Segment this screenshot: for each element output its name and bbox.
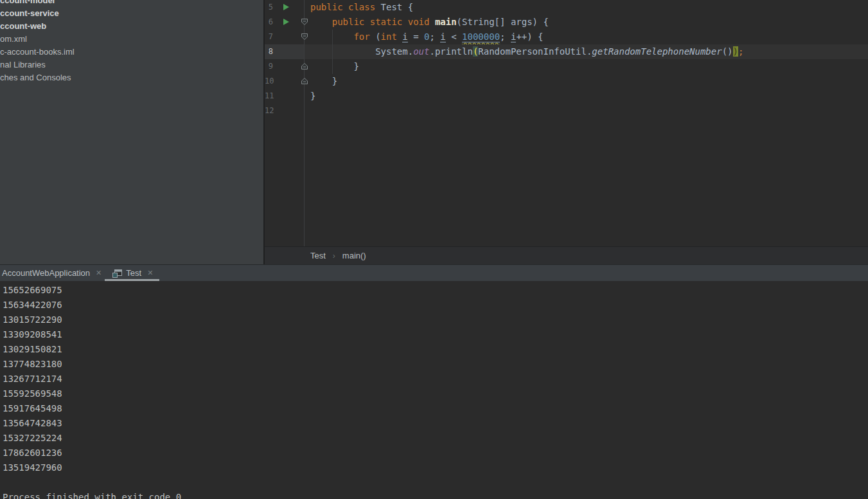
code-line[interactable]: 12 — [265, 104, 868, 118]
line-number[interactable]: 12 — [265, 106, 273, 115]
code-token: } — [310, 76, 337, 86]
project-tree: ccount-modelccount-serviceccount-webom.x… — [0, 0, 263, 84]
code-token: i — [440, 32, 445, 42]
code-token: RandomPersonInfoUtil. — [478, 46, 592, 57]
code-token: int — [381, 32, 403, 42]
code-text: System.out.println(RandomPersonInfoUtil.… — [310, 46, 743, 57]
code-token: .println — [429, 46, 472, 57]
code-token: i — [402, 32, 407, 42]
code-token: ) — [733, 46, 738, 57]
code-token: getRandomTelephoneNumber — [592, 46, 722, 57]
run-line-icon[interactable] — [283, 19, 289, 25]
line-number[interactable]: 8 — [265, 47, 273, 56]
code-line[interactable]: 10 } — [265, 74, 868, 89]
tab-accountwebapplication[interactable]: AccountWebApplication ✕ — [2, 265, 102, 281]
code-token: ++) { — [516, 32, 543, 42]
code-text: } — [310, 91, 315, 101]
console-line: 15327225224 — [3, 433, 868, 448]
code-text: for (int i = 0; i < 1000000; i++) { — [310, 32, 544, 42]
project-item[interactable]: om.xml — [0, 33, 263, 46]
console-line: 15652669075 — [3, 285, 868, 300]
code-token: out — [413, 46, 429, 57]
code-token: ; — [429, 32, 440, 42]
console-line: 13029150821 — [3, 344, 868, 359]
project-item[interactable]: c-account-books.iml — [0, 46, 263, 59]
line-number[interactable]: 11 — [265, 91, 273, 100]
code-text: } — [310, 76, 337, 86]
code-editor[interactable]: 5public class Test {6 public static void… — [265, 0, 868, 246]
console-line: 13015722290 — [3, 314, 868, 329]
line-number[interactable]: 5 — [265, 3, 273, 12]
line-number[interactable]: 9 — [265, 62, 273, 71]
code-line[interactable]: 6 public static void main(String[] args)… — [265, 15, 868, 30]
tab-label: Test — [126, 268, 141, 278]
code-text: } — [310, 61, 359, 71]
code-token: ; — [738, 46, 743, 57]
close-icon[interactable]: ✕ — [147, 269, 153, 277]
breadcrumb: Test › main() — [265, 246, 868, 264]
close-icon[interactable]: ✕ — [96, 269, 102, 277]
editor-lines: 5public class Test {6 public static void… — [265, 0, 868, 118]
line-number[interactable]: 6 — [265, 17, 273, 26]
breadcrumb-method[interactable]: main() — [342, 251, 366, 260]
console-line: 13519427960 — [3, 462, 868, 477]
console-line: 17862601236 — [3, 448, 868, 462]
project-item[interactable]: nal Libraries — [0, 59, 263, 71]
code-token: 1000000 — [462, 32, 500, 42]
console-line: 15634422076 — [3, 300, 868, 314]
breadcrumb-class[interactable]: Test — [310, 251, 326, 260]
run-tool-window-tabs: AccountWebApplication ✕ Test ✕ — [0, 264, 868, 281]
run-line-icon[interactable] — [283, 4, 289, 10]
indent-guide — [332, 30, 333, 74]
code-text: public class Test { — [310, 2, 413, 12]
code-token: System. — [310, 46, 413, 57]
project-item[interactable]: ccount-model — [0, 0, 263, 7]
code-token: Test { — [381, 2, 414, 12]
console-output[interactable]: 1565266907515634422076130157222901330920… — [0, 281, 868, 499]
code-token: < — [446, 32, 462, 42]
code-token: () — [722, 46, 733, 57]
code-token: main — [435, 17, 457, 27]
code-line[interactable]: 7 for (int i = 0; i < 1000000; i++) { — [265, 30, 868, 44]
code-token: (String[] args) { — [457, 17, 549, 27]
code-line[interactable]: 9 } — [265, 59, 868, 74]
console-line: 13267712174 — [3, 374, 868, 388]
console-exit-message: Process finished with exit code 0 — [3, 492, 868, 499]
code-token: } — [310, 61, 359, 71]
code-line[interactable]: 8 System.out.println(RandomPersonInfoUti… — [265, 44, 868, 59]
fold-up-icon[interactable] — [301, 62, 308, 70]
fold-up-icon[interactable] — [301, 77, 308, 85]
code-token: public class — [310, 2, 381, 12]
console-line: 13309208541 — [3, 329, 868, 344]
code-text: public static void main(String[] args) { — [310, 17, 549, 27]
fold-down-icon[interactable] — [301, 33, 308, 41]
code-token — [310, 17, 332, 27]
console-line: 13774823180 — [3, 359, 868, 374]
code-token: ( — [375, 32, 380, 42]
project-item[interactable]: ccount-service — [0, 7, 263, 20]
project-panel: ccount-modelccount-serviceccount-webom.x… — [0, 0, 263, 264]
project-item[interactable]: ccount-web — [0, 20, 263, 33]
fold-down-icon[interactable] — [301, 18, 308, 26]
code-token: for — [353, 32, 375, 42]
chevron-right-icon: › — [333, 251, 335, 260]
console-line: 15592569548 — [3, 388, 868, 403]
line-number[interactable]: 7 — [265, 32, 273, 41]
project-item[interactable]: ches and Consoles — [0, 71, 263, 84]
console-line: 15917645498 — [3, 403, 868, 418]
code-line[interactable]: 11} — [265, 89, 868, 104]
console-blank-line — [3, 477, 868, 492]
code-token: ; — [500, 32, 511, 42]
code-token: = — [408, 32, 424, 42]
code-line[interactable]: 5public class Test { — [265, 0, 868, 15]
code-token: } — [310, 91, 315, 101]
tab-test[interactable]: Test ✕ — [112, 265, 153, 281]
console-line: 13564742843 — [3, 418, 868, 433]
tab-label: AccountWebApplication — [2, 268, 90, 278]
console-icon — [112, 269, 122, 278]
ide-window: ccount-modelccount-serviceccount-webom.x… — [0, 0, 868, 499]
code-token: public static void — [332, 17, 435, 27]
console-lines: 1565266907515634422076130157222901330920… — [3, 285, 868, 499]
line-number[interactable]: 10 — [265, 77, 273, 86]
